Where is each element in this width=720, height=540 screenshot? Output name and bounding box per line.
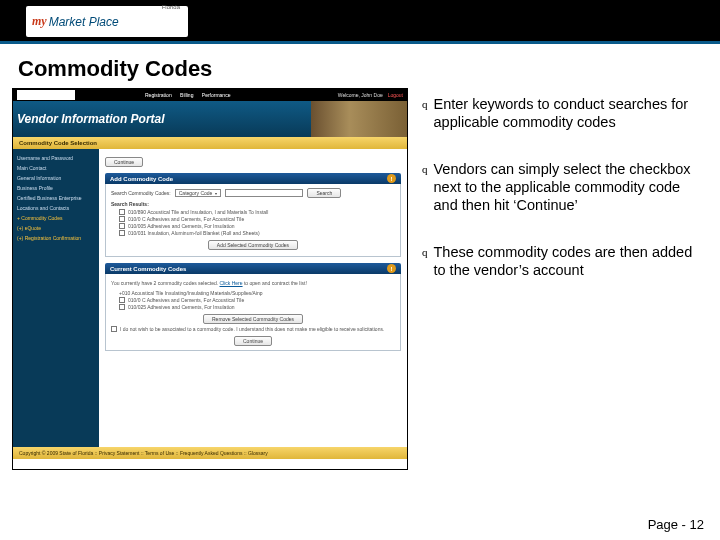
search-mode-value: Category Code [179,190,213,196]
info-icon: ! [387,264,396,273]
bullet-item: q Vendors can simply select the checkbox… [422,161,698,214]
current-text: +010 Acoustical Tile Insulating/Insulati… [119,290,263,296]
bullet-mark: q [422,246,428,279]
side-item[interactable]: Certified Business Enterprise [17,194,95,202]
content-area: Registration Billing Performance Welcome… [0,88,720,470]
opt-out-checkbox[interactable] [111,326,117,332]
app-banner: Vendor Information Portal [13,101,407,137]
panel-current-header: Current Commodity Codes ! [105,263,401,274]
app-nav: Registration Billing Performance [145,92,237,98]
continue-button-top[interactable]: Continue [105,157,143,167]
panel-add-header: Add Commodity Code ! [105,173,401,184]
search-label: Search Commodity Codes: [111,190,171,196]
checkbox[interactable] [119,230,125,236]
side-item[interactable]: Locations and Contacts [17,204,95,212]
logo-sup: Florida [162,4,180,10]
slide-header: my Market Place Florida [0,0,720,44]
current-text: 010/0 C Adhesives and Cements, For Acous… [128,297,244,303]
slide-title: Commodity Codes [18,56,720,82]
click-here-link[interactable]: Click Here [220,280,243,286]
bullet-text: These commodity codes are then added to … [434,244,699,279]
welcome-text: Welcome, John Doe [338,92,383,98]
side-item[interactable]: (+) Registration Confirmation [17,234,95,242]
app-main: Continue Add Commodity Code ! Search Com… [99,149,407,447]
checkbox[interactable] [119,223,125,229]
panel-current-title: Current Commodity Codes [110,266,186,272]
result-text: 010/005 Adhesives and Cements, For Insul… [128,223,234,229]
current-text: 010/025 Adhesives and Cements, For Insul… [128,304,234,310]
current-note: You currently have 2 commodity codes sel… [111,280,395,286]
bullet-item: q Enter keywords to conduct searches for… [422,96,698,131]
bullet-list: q Enter keywords to conduct searches for… [408,88,708,470]
app-sidebar: Username and Password Main Contact Gener… [13,149,99,447]
side-item[interactable]: Main Contact [17,164,95,172]
chevron-down-icon: ▾ [215,191,217,196]
app-footer: Copyright © 2009 State of Florida :: Pri… [13,447,407,459]
app-screenshot: Registration Billing Performance Welcome… [12,88,408,470]
opt-out-row: I do not wish to be associated to a comm… [111,326,395,332]
bullet-text: Vendors can simply select the checkbox n… [434,161,699,214]
bullet-mark: q [422,163,428,214]
section-bar: Commodity Code Selection [13,137,407,149]
bullet-mark: q [422,98,428,131]
result-row: 010/0 C Adhesives and Cements, For Acous… [119,216,395,222]
brand-logo: my Market Place Florida [26,6,188,37]
banner-title: Vendor Information Portal [17,112,165,126]
nav-registration[interactable]: Registration [145,92,172,98]
result-row: 010/031 Insulation, Aluminum-foil Blanke… [119,230,395,236]
page-number: Page - 12 [648,517,704,532]
current-row: +010 Acoustical Tile Insulating/Insulati… [119,290,395,296]
side-item[interactable]: Username and Password [17,154,95,162]
continue-button-bottom[interactable]: Continue [234,336,272,346]
side-item-commodity-codes[interactable]: + Commodity Codes [17,214,95,222]
app-topbar: Registration Billing Performance Welcome… [13,89,407,101]
nav-performance[interactable]: Performance [202,92,231,98]
side-item[interactable]: General Information [17,174,95,182]
bullet-text: Enter keywords to conduct searches for a… [434,96,699,131]
result-text: 010/890 Acoustical Tile and Insulation, … [128,209,268,215]
search-button[interactable]: Search [307,188,341,198]
result-text: 010/0 C Adhesives and Cements, For Acous… [128,216,244,222]
nav-billing[interactable]: Billing [180,92,193,98]
result-row: 010/890 Acoustical Tile and Insulation, … [119,209,395,215]
logo-text: Market Place [49,15,119,29]
panel-add-title: Add Commodity Code [110,176,173,182]
info-icon: ! [387,174,396,183]
side-item[interactable]: (+) eQuote [17,224,95,232]
app-mini-logo [17,90,75,100]
panel-add-body: Search Commodity Codes: Category Code ▾ … [105,184,401,257]
search-input[interactable] [225,189,303,197]
checkbox[interactable] [119,304,125,310]
side-item[interactable]: Business Profile [17,184,95,192]
results-label: Search Results: [111,201,395,207]
search-row: Search Commodity Codes: Category Code ▾ … [111,188,395,198]
logo-prefix: my [32,14,47,29]
remove-selected-button[interactable]: Remove Selected Commodity Codes [203,314,303,324]
checkbox[interactable] [119,209,125,215]
search-mode-select[interactable]: Category Code ▾ [175,189,222,197]
checkbox[interactable] [119,297,125,303]
current-row: 010/025 Adhesives and Cements, For Insul… [119,304,395,310]
bullet-item: q These commodity codes are then added t… [422,244,698,279]
result-text: 010/031 Insulation, Aluminum-foil Blanke… [128,230,260,236]
checkbox[interactable] [119,216,125,222]
current-row: 010/0 C Adhesives and Cements, For Acous… [119,297,395,303]
opt-out-text: I do not wish to be associated to a comm… [120,326,384,332]
logout-link[interactable]: Logout [388,92,403,98]
panel-current-body: You currently have 2 commodity codes sel… [105,274,401,351]
result-row: 010/005 Adhesives and Cements, For Insul… [119,223,395,229]
add-selected-button[interactable]: Add Selected Commodity Codes [208,240,298,250]
banner-photo [311,101,407,137]
app-body: Username and Password Main Contact Gener… [13,149,407,447]
